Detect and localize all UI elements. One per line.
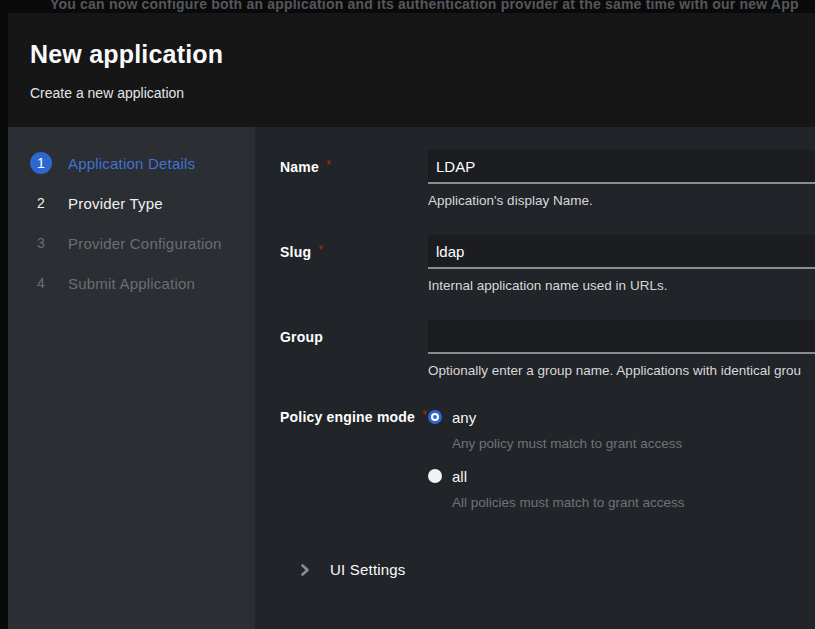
name-field-row: Name * Application's display Name.: [280, 150, 815, 208]
chevron-right-icon: [298, 563, 312, 577]
application-details-form: Name * Application's display Name. Slug …: [255, 127, 815, 629]
modal-header: New application Create a new application: [8, 13, 815, 127]
group-field-cell: Optionally enter a group name. Applicati…: [428, 320, 815, 378]
step-2-label: Provider Type: [68, 195, 163, 212]
radio-selected-icon[interactable]: [428, 410, 442, 424]
modal-subtitle: Create a new application: [30, 85, 815, 101]
modal-body: 1 Application Details 2 Provider Type 3 …: [8, 127, 815, 629]
step-1-label: Application Details: [68, 155, 195, 172]
policy-label-cell: Policy engine mode *: [280, 405, 428, 429]
name-field-cell: Application's display Name.: [428, 150, 815, 208]
step-3-label: Provider Configuration: [68, 235, 222, 252]
group-help-text: Optionally enter a group name. Applicati…: [428, 363, 815, 378]
wizard-step-submit-application: 4 Submit Application: [8, 263, 255, 303]
policy-mode-any-option[interactable]: any: [428, 405, 815, 429]
wizard-step-application-details[interactable]: 1 Application Details: [8, 143, 255, 183]
wizard-step-provider-type[interactable]: 2 Provider Type: [8, 183, 255, 223]
name-field-label: Name: [280, 159, 319, 175]
slug-field-row: Slug * Internal application name used in…: [280, 235, 815, 293]
required-asterisk: *: [422, 407, 427, 422]
group-input[interactable]: [428, 320, 815, 354]
policy-mode-all-help: All policies must match to grant access: [452, 495, 815, 510]
required-asterisk: *: [326, 157, 331, 172]
policy-options-cell: any Any policy must match to grant acces…: [428, 405, 815, 523]
new-application-modal: New application Create a new application…: [8, 13, 815, 629]
group-field-row: Group Optionally enter a group name. App…: [280, 320, 815, 378]
slug-help-text: Internal application name used in URLs.: [428, 278, 815, 293]
policy-mode-all-option[interactable]: all: [428, 464, 815, 488]
wizard-steps-sidebar: 1 Application Details 2 Provider Type 3 …: [8, 127, 255, 629]
ui-settings-label: UI Settings: [330, 561, 406, 578]
policy-engine-mode-label: Policy engine mode: [280, 409, 415, 425]
ui-settings-expander[interactable]: UI Settings: [280, 561, 815, 578]
required-asterisk: *: [318, 242, 323, 257]
banner-message: You can now configure both an applicatio…: [50, 0, 799, 12]
step-3-badge: 3: [30, 232, 52, 254]
wizard-step-provider-configuration: 3 Provider Configuration: [8, 223, 255, 263]
name-input[interactable]: [428, 150, 815, 184]
name-label-cell: Name *: [280, 150, 428, 184]
policy-mode-any-help: Any policy must match to grant access: [452, 436, 815, 451]
step-4-badge: 4: [30, 272, 52, 294]
policy-engine-mode-row: Policy engine mode * any Any policy must…: [280, 405, 815, 523]
radio-unselected-icon[interactable]: [428, 469, 442, 483]
modal-title: New application: [30, 40, 815, 69]
step-2-badge: 2: [30, 192, 52, 214]
policy-mode-any-label: any: [452, 409, 476, 426]
policy-mode-all-label: all: [452, 468, 467, 485]
step-4-label: Submit Application: [68, 275, 195, 292]
slug-field-label: Slug: [280, 244, 311, 260]
step-1-badge: 1: [30, 152, 52, 174]
group-field-label: Group: [280, 329, 323, 345]
page-background: You can now configure both an applicatio…: [0, 0, 815, 629]
slug-field-cell: Internal application name used in URLs.: [428, 235, 815, 293]
name-help-text: Application's display Name.: [428, 193, 815, 208]
slug-label-cell: Slug *: [280, 235, 428, 269]
group-label-cell: Group: [280, 320, 428, 354]
slug-input[interactable]: [428, 235, 815, 269]
